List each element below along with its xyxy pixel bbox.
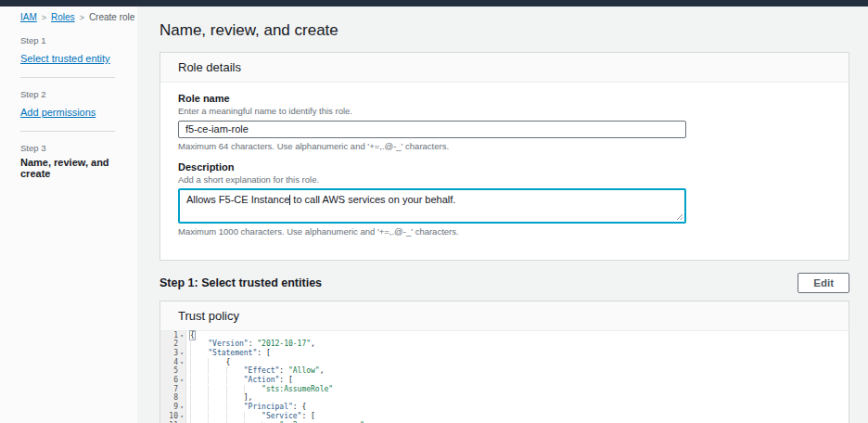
role-details-header: Role details [160,53,849,83]
page: IAM>Roles>Create role Step 1Select trust… [0,0,868,423]
breadcrumb-separator-icon: > [80,13,84,22]
edit-button[interactable]: Edit [798,273,849,293]
code-line: 10▾ "Service": [ [160,412,849,421]
fold-spacer [178,366,185,376]
sidebar-divider [20,131,115,132]
code-line: 3▾ "Statement": [ [160,349,849,358]
description-label: Description [178,161,831,173]
code-line: 5 "Effect": "Allow", [160,366,849,376]
line-number: 4▾ [160,358,186,367]
sidebar-divider [20,77,115,78]
code-text: "Principal": { [186,403,306,412]
fold-toggle-icon[interactable]: ▾ [178,412,185,421]
fold-spacer [178,340,185,349]
wizard-steps: Step 1Select trusted entityStep 2Add per… [20,35,137,181]
code-line: 8 ], [160,393,849,403]
breadcrumb: IAM>Roles>Create role [20,12,137,22]
fold-spacer [178,393,185,403]
fold-toggle-icon[interactable]: ▾ [178,358,185,367]
breadcrumb-roles[interactable]: Roles [51,12,75,22]
breadcrumb-iam[interactable]: IAM [20,12,37,22]
step1-heading: Step 1: Select trusted entities [160,276,322,289]
sidebar-step-1-label[interactable]: Select trusted entity [20,53,110,64]
description-text-before-caret: Allows F5-CE Instance [186,194,289,205]
role-name-input[interactable] [178,121,686,138]
line-number: 8 [160,393,186,403]
fold-toggle-icon[interactable]: ▾ [178,331,185,340]
code-line: 9▾ "Principal": { [160,403,849,412]
trust-policy-card: Trust policy 1▾{2 "Version": "2012-10-17… [160,301,849,423]
code-text: "Effect": "Allow", [186,366,325,376]
step-group-3: Step 3Name, review, and create [20,143,137,181]
page-title: Name, review, and create [160,21,849,40]
line-number: 9▾ [160,403,186,412]
code-text: { [186,331,195,340]
role-details-card: Role details Role name Enter a meaningfu… [160,52,849,261]
code-line: 1▾{ [160,331,849,340]
fold-toggle-icon[interactable]: ▾ [178,376,185,385]
code-line: 6▾ "Action": [ [160,376,849,385]
code-text: { [186,358,230,367]
trust-policy-header: Trust policy [160,301,849,331]
role-name-constraint: Maximum 64 characters. Use alphanumeric … [178,141,831,151]
code-line: 2 "Version": "2012-10-17", [160,340,849,349]
line-number: 7 [160,385,186,394]
code-line: 4▾ { [160,358,849,367]
role-name-label: Role name [178,93,831,104]
code-text: "sts:AssumeRole" [186,385,333,394]
line-number: 10▾ [160,412,186,421]
code-text: "Version": "2012-10-17", [186,340,315,349]
code-text: "Action": [ [186,376,293,385]
line-number: 6▾ [160,376,186,385]
description-constraint: Maximum 1000 characters. Use alphanumeri… [178,226,831,237]
line-number: 3▾ [160,349,186,358]
role-details-body: Role name Enter a meaningful name to ide… [160,83,849,260]
line-number: 2 [160,340,186,349]
top-navigation-bar [0,0,868,6]
step-number: Step 1 [20,35,137,45]
code-text: "Service": [ [186,412,315,421]
code-text: ], [186,393,252,403]
sidebar-step-2-label[interactable]: Add permissions [20,107,96,118]
fold-toggle-icon[interactable]: ▾ [178,349,185,358]
line-number: 1▾ [160,331,186,340]
trust-policy-editor[interactable]: 1▾{2 "Version": "2012-10-17",3▾ "Stateme… [160,331,849,423]
step-number: Step 2 [20,89,137,99]
code-line: 7 "sts:AssumeRole" [160,385,849,394]
step-group-1: Step 1Select trusted entity [20,35,137,66]
description-text-after-caret: to call AWS services on your behalf. [290,194,455,205]
steps-sidebar: IAM>Roles>Create role Step 1Select trust… [0,6,137,423]
main-content: Name, review, and create Role details Ro… [137,6,868,423]
resize-handle-icon[interactable] [676,213,683,221]
step-group-2: Step 2Add permissions [20,89,137,120]
role-name-helper: Enter a meaningful name to identify this… [178,106,831,116]
breadcrumb-create-role: Create role [89,12,134,22]
sidebar-step-3-label: Name, review, and create [20,157,137,179]
description-helper: Add a short explanation for this role. [178,174,831,185]
fold-toggle-icon[interactable]: ▾ [178,403,185,412]
step1-section-header: Step 1: Select trusted entities Edit [160,273,849,293]
breadcrumb-separator-icon: > [42,13,46,22]
fold-spacer [178,385,185,394]
line-number: 5 [160,366,186,376]
code-text: "Statement": [ [186,349,271,358]
step-number: Step 3 [20,143,137,153]
description-textarea[interactable]: Allows F5-CE Instance to call AWS servic… [178,188,686,224]
